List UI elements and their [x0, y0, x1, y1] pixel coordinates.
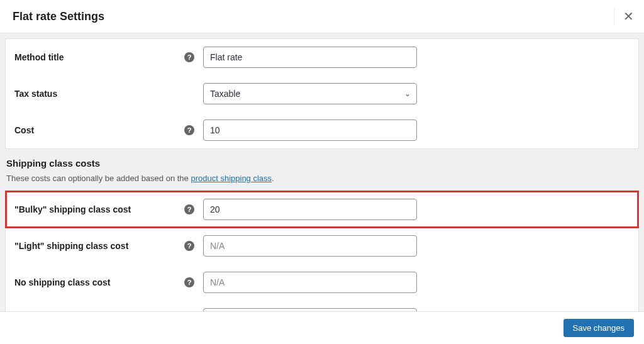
shipping-class-desc: These costs can optionally be added base…	[0, 174, 644, 191]
main-settings-panel: Method title ? Tax status Taxable ⌄ Cost…	[5, 38, 639, 149]
shipping-class-heading: Shipping class costs	[0, 149, 644, 174]
bulky-cost-input[interactable]	[203, 199, 417, 220]
close-icon: ✕	[623, 9, 634, 24]
label-light-cost: "Light" shipping class cost	[14, 241, 128, 251]
desc-suffix: .	[272, 174, 274, 183]
label-bulky-cost: "Bulky" shipping class cost	[14, 204, 131, 214]
modal-title: Flat rate Settings	[13, 10, 104, 23]
help-icon[interactable]: ?	[184, 241, 194, 251]
label-tax-status: Tax status	[14, 89, 57, 99]
help-icon[interactable]: ?	[184, 204, 194, 214]
light-cost-input[interactable]	[203, 235, 417, 257]
cost-input[interactable]	[203, 119, 417, 141]
row-cost: Cost ?	[6, 112, 638, 148]
desc-prefix: These costs can optionally be added base…	[6, 174, 191, 183]
save-changes-button[interactable]: Save changes	[564, 319, 634, 337]
help-icon[interactable]: ?	[184, 125, 194, 135]
help-icon[interactable]: ?	[184, 52, 194, 62]
label-no-class-cost: No shipping class cost	[14, 277, 110, 287]
help-icon[interactable]: ?	[184, 277, 194, 287]
modal-header: Flat rate Settings ✕	[0, 0, 644, 33]
row-method-title: Method title ?	[6, 39, 638, 75]
row-light-cost: "Light" shipping class cost ?	[6, 228, 638, 264]
no-class-cost-input[interactable]	[203, 272, 417, 293]
close-button[interactable]: ✕	[614, 8, 631, 25]
method-title-input[interactable]	[203, 47, 417, 68]
row-no-class-cost: No shipping class cost ?	[6, 264, 638, 301]
product-shipping-class-link[interactable]: product shipping class	[191, 174, 272, 183]
label-cost: Cost	[14, 125, 34, 135]
tax-status-select[interactable]: Taxable	[203, 83, 417, 104]
modal-footer: Save changes	[0, 311, 644, 344]
row-tax-status: Tax status Taxable ⌄	[6, 75, 638, 112]
label-method-title: Method title	[14, 52, 64, 62]
row-bulky-cost: "Bulky" shipping class cost ?	[6, 191, 638, 228]
